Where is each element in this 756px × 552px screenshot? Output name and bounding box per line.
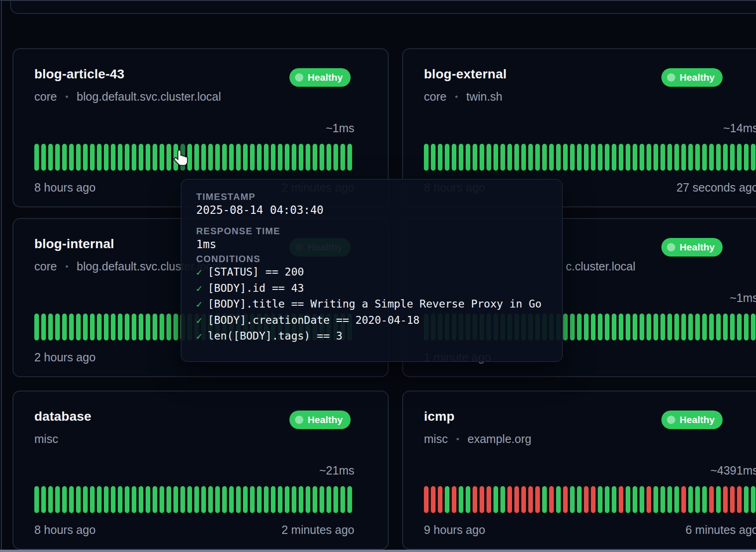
health-bar-ok[interactable]: [83, 314, 88, 340]
health-bar-ok[interactable]: [542, 144, 547, 171]
health-bar-ok[interactable]: [111, 144, 115, 171]
health-bar-ok[interactable]: [751, 314, 756, 340]
health-bar-ok[interactable]: [577, 314, 582, 340]
health-bar-failed[interactable]: [730, 486, 735, 513]
health-bar-ok[interactable]: [640, 144, 644, 171]
health-bar-failed[interactable]: [563, 486, 568, 513]
health-bar-ok[interactable]: [716, 144, 721, 171]
health-bar-ok[interactable]: [563, 314, 568, 340]
health-bar-ok[interactable]: [313, 144, 317, 171]
health-bar-ok[interactable]: [445, 486, 449, 513]
health-bar-ok[interactable]: [153, 314, 157, 340]
health-bar-ok[interactable]: [41, 314, 46, 340]
health-bar-ok[interactable]: [716, 314, 721, 340]
health-bar-ok[interactable]: [153, 144, 157, 171]
health-bar-ok[interactable]: [473, 144, 477, 171]
health-bar-ok[interactable]: [320, 486, 324, 513]
health-bar-ok[interactable]: [660, 144, 665, 171]
health-bar-failed[interactable]: [723, 486, 728, 513]
health-bar-failed[interactable]: [584, 486, 589, 513]
health-bar-failed[interactable]: [473, 486, 477, 513]
health-bar-ok[interactable]: [570, 144, 575, 171]
health-bar-ok[interactable]: [500, 486, 505, 513]
health-bar-ok[interactable]: [76, 144, 81, 171]
health-bar-ok[interactable]: [83, 486, 88, 513]
health-bar-ok[interactable]: [327, 486, 331, 513]
health-bar-ok[interactable]: [257, 486, 262, 513]
health-bar-ok[interactable]: [737, 144, 742, 171]
health-bar-ok[interactable]: [90, 314, 95, 340]
health-bar-ok[interactable]: [438, 144, 442, 171]
health-bar-ok[interactable]: [556, 144, 561, 171]
health-bar-failed[interactable]: [737, 486, 742, 513]
health-bar-ok[interactable]: [702, 144, 707, 171]
health-bar-ok[interactable]: [278, 486, 282, 513]
health-bar-ok[interactable]: [243, 486, 248, 513]
health-bar-ok[interactable]: [459, 144, 463, 171]
health-bar-ok[interactable]: [34, 486, 39, 513]
health-bar-ok[interactable]: [584, 314, 589, 340]
health-bar-ok[interactable]: [744, 314, 749, 340]
health-bar-ok[interactable]: [598, 144, 602, 171]
health-bar-ok[interactable]: [34, 144, 39, 171]
health-bar-ok[interactable]: [160, 314, 164, 340]
health-bar-ok[interactable]: [493, 144, 498, 171]
health-bar-ok[interactable]: [549, 144, 554, 171]
health-bar-ok[interactable]: [250, 144, 255, 171]
health-bar-ok[interactable]: [327, 144, 331, 171]
service-card[interactable]: databasemiscHealthy~21ms8 hours ago2 min…: [13, 391, 389, 550]
health-bar-failed[interactable]: [709, 486, 714, 513]
uptime-bars[interactable]: [34, 486, 352, 513]
health-bar-ok[interactable]: [619, 144, 623, 171]
health-bar-ok[interactable]: [612, 144, 616, 171]
health-bar-ok[interactable]: [507, 144, 512, 171]
health-bar-ok[interactable]: [333, 486, 338, 513]
health-bar-ok[interactable]: [236, 144, 241, 171]
health-bar-ok[interactable]: [605, 144, 609, 171]
health-bar-failed[interactable]: [535, 486, 540, 513]
health-bar-ok[interactable]: [514, 144, 519, 171]
health-bar-ok[interactable]: [340, 144, 345, 171]
health-bar-ok[interactable]: [667, 144, 672, 171]
health-bar-ok[interactable]: [187, 486, 192, 513]
health-bar-ok[interactable]: [264, 486, 269, 513]
health-bar-ok[interactable]: [660, 486, 665, 513]
health-bar-ok[interactable]: [250, 486, 255, 513]
health-bar-ok[interactable]: [340, 486, 345, 513]
health-bar-ok[interactable]: [243, 144, 248, 171]
health-bar-ok[interactable]: [118, 144, 122, 171]
health-bar-ok[interactable]: [167, 486, 171, 513]
health-bar-ok[interactable]: [709, 314, 714, 340]
health-bar-ok[interactable]: [180, 486, 185, 513]
health-bar-ok[interactable]: [452, 144, 456, 171]
health-bar-ok[interactable]: [208, 486, 213, 513]
health-bar-ok[interactable]: [55, 144, 60, 171]
health-bar-ok[interactable]: [285, 144, 289, 171]
health-bar-ok[interactable]: [69, 486, 74, 513]
health-bar-ok[interactable]: [493, 486, 498, 513]
health-bar-ok[interactable]: [716, 486, 721, 513]
health-bar-ok[interactable]: [125, 314, 129, 340]
health-bar-ok[interactable]: [584, 144, 589, 171]
health-bar-ok[interactable]: [653, 486, 658, 513]
health-bar-ok[interactable]: [236, 486, 241, 513]
health-bar-ok[interactable]: [626, 314, 630, 340]
health-bar-ok[interactable]: [132, 314, 136, 340]
health-bar-ok[interactable]: [97, 486, 102, 513]
health-bar-failed[interactable]: [487, 486, 491, 513]
health-bar-ok[interactable]: [222, 486, 227, 513]
health-bar-ok[interactable]: [69, 144, 74, 171]
health-bar-ok[interactable]: [695, 144, 700, 171]
health-bar-ok[interactable]: [626, 486, 630, 513]
health-bar-ok[interactable]: [723, 144, 728, 171]
health-bar-failed[interactable]: [424, 486, 429, 513]
health-bar-ok[interactable]: [83, 144, 88, 171]
bottom-scroll-strip[interactable]: [0, 550, 756, 552]
health-bar-ok[interactable]: [681, 144, 686, 171]
health-bar-ok[interactable]: [173, 486, 178, 513]
health-bar-failed[interactable]: [591, 486, 596, 513]
health-bar-ok[interactable]: [132, 144, 136, 171]
health-bar-ok[interactable]: [146, 314, 150, 340]
health-bar-failed[interactable]: [549, 486, 554, 513]
health-bar-ok[interactable]: [257, 144, 262, 171]
